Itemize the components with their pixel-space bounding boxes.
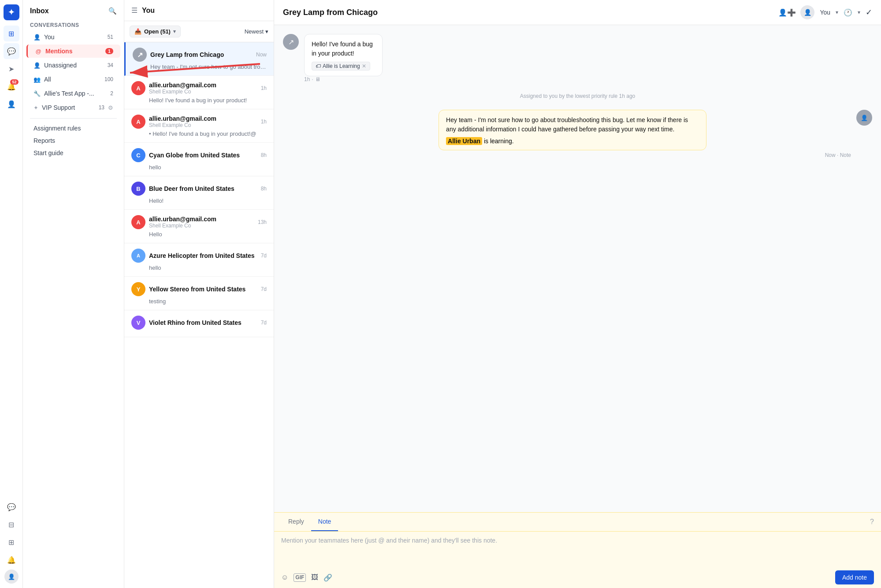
newest-filter-button[interactable]: Newest ▾: [245, 28, 268, 35]
app-logo: ✦: [4, 4, 19, 20]
vip-star-icon: ✦: [33, 104, 38, 111]
reply-help-icon[interactable]: ?: [870, 513, 874, 531]
middle-menu-icon[interactable]: ☰: [131, 6, 138, 15]
conv-item-cyan-globe[interactable]: C Cyan Globe from United States 8h hello: [124, 143, 274, 176]
sidebar-allies-label: Allie's Test App -...: [44, 90, 107, 97]
reply-input[interactable]: Mention your teammates here (just @ and …: [274, 532, 881, 567]
header-clock-icon[interactable]: 🕐: [844, 8, 852, 17]
conv-item-violet-rhino[interactable]: V Violet Rhino from United States 7d: [124, 310, 274, 337]
icon-sidebar: ✦ ⊞ 💬 ➤ 🔔 52 👤 💬 ⊟ ⊞ 🔔 👤: [0, 0, 23, 588]
incoming-time-1: 1h: [304, 76, 310, 82]
conversations-section-title: Conversations: [23, 19, 124, 30]
incoming-content-1: Hello! I've found a bug in your product!: [312, 40, 375, 58]
sidebar-vip-count: 13: [99, 104, 104, 111]
filter-bar: 📥 Open (51) ▾ Newest ▾: [124, 21, 274, 42]
mentions-badge: 1: [105, 48, 113, 54]
grey-lamp-name: Grey Lamp from Chicago: [150, 51, 253, 58]
open-filter-label: Open (51): [144, 28, 171, 35]
header-clock-chevron[interactable]: ▾: [858, 9, 860, 15]
note-tab[interactable]: Note: [311, 513, 338, 531]
home-nav-icon[interactable]: ⊞: [4, 26, 19, 41]
sidebar-item-vip-support[interactable]: ✦ VIP Support 13 ⚙: [26, 101, 120, 114]
assignment-rules-link[interactable]: Assignment rules: [23, 122, 124, 134]
image-icon[interactable]: 🖼: [311, 573, 318, 582]
incoming-message-1: ↗ Hello! I've found a bug in your produc…: [283, 34, 872, 82]
outgoing-avatar: 👤: [856, 110, 872, 126]
sidebar-item-you[interactable]: 👤 You 51: [26, 30, 120, 44]
allie-2-name: allie.urban@gmail.com: [149, 115, 257, 122]
vip-settings-icon[interactable]: ⚙: [108, 104, 113, 111]
cyan-globe-avatar: C: [131, 148, 145, 162]
add-note-button[interactable]: Add note: [835, 570, 874, 584]
newest-chevron: ▾: [265, 28, 268, 35]
tag-remove-icon[interactable]: ✕: [362, 63, 366, 69]
sidebar-header: Inbox 🔍: [23, 0, 124, 19]
sidebar-you-count: 51: [108, 34, 113, 40]
reply-placeholder: Mention your teammates here (just @ and …: [281, 537, 497, 544]
sidebar-all-label: All: [44, 76, 101, 83]
user-avatar-bottom[interactable]: 👤: [4, 569, 19, 584]
all-icon: 👥: [33, 76, 41, 83]
main-header: Grey Lamp from Chicago 👤➕ 👤 You ▾ 🕐 ▾ ✓: [274, 0, 881, 25]
gif-icon[interactable]: GIF: [294, 573, 306, 582]
allie-2-company: Shell Example Co: [149, 122, 257, 128]
send-nav-icon[interactable]: ➤: [4, 61, 19, 77]
allie-2-avatar: A: [131, 115, 145, 129]
reply-toolbar: ☺ GIF 🖼 🔗 Add note: [274, 567, 881, 588]
conversation-body: ↗ Hello! I've found a bug in your produc…: [274, 25, 881, 512]
chat-bubble-bottom-icon[interactable]: 💬: [4, 499, 19, 515]
violet-rhino-avatar: V: [131, 316, 145, 330]
outgoing-content-1: Hey team - I'm not sure how to go about …: [446, 115, 699, 134]
sidebar-item-mentions[interactable]: @ Mentions 1: [26, 45, 120, 58]
reports-link[interactable]: Reports: [23, 134, 124, 147]
incoming-bubble-1: Hello! I've found a bug in your product!…: [304, 34, 383, 76]
blue-deer-preview: Hello!: [149, 197, 267, 204]
sidebar-item-allies-test[interactable]: 🔧 Allie's Test App -... 2: [26, 87, 120, 100]
reply-tab[interactable]: Reply: [281, 513, 311, 531]
left-sidebar: Inbox 🔍 Conversations 👤 You 51 @ Mention…: [23, 0, 124, 588]
blue-deer-name: Blue Deer from United States: [149, 185, 257, 192]
allie-1-name: allie.urban@gmail.com: [149, 82, 257, 89]
sidebar-item-all[interactable]: 👥 All 100: [26, 73, 120, 86]
azure-helicopter-time: 7d: [261, 253, 267, 259]
mention-suffix: is learning.: [484, 138, 514, 145]
sidebar-item-unassigned[interactable]: 👤 Unassigned 34: [26, 59, 120, 72]
message-tag: 🏷 Allie is Learning ✕: [312, 62, 370, 71]
middle-panel: ☰ You 📥 Open (51) ▾ Newest ▾ ↗ Grey Lamp…: [124, 0, 274, 588]
reply-tabs: Reply Note ?: [274, 513, 881, 532]
grid-bottom-icon[interactable]: ⊞: [4, 534, 19, 550]
link-icon[interactable]: 🔗: [323, 573, 332, 582]
add-contact-icon[interactable]: 👤➕: [778, 8, 796, 17]
emoji-icon[interactable]: ☺: [281, 573, 288, 582]
newest-label: Newest: [245, 28, 264, 35]
violet-rhino-time: 7d: [261, 320, 267, 326]
inbox-icon: 📥: [134, 28, 141, 35]
sidebar-divider: [30, 118, 117, 119]
contacts-nav-icon[interactable]: 👤: [4, 96, 19, 112]
incoming-screen-icon: 🖥: [315, 76, 320, 82]
you-icon: 👤: [33, 34, 41, 41]
conv-item-allie-3[interactable]: A allie.urban@gmail.com Shell Example Co…: [124, 210, 274, 243]
allie-3-company: Shell Example Co: [149, 223, 254, 229]
notification-nav-icon[interactable]: 🔔 52: [4, 78, 19, 94]
allie-3-preview: Hello: [149, 231, 267, 238]
sidebar-search-icon[interactable]: 🔍: [108, 7, 117, 15]
chat-nav-icon[interactable]: 💬: [4, 43, 19, 59]
conv-item-allie-2[interactable]: A allie.urban@gmail.com Shell Example Co…: [124, 109, 274, 143]
conv-item-allie-1[interactable]: A allie.urban@gmail.com Shell Example Co…: [124, 76, 274, 109]
resolve-check-icon[interactable]: ✓: [866, 7, 872, 17]
layers-bottom-icon[interactable]: ⊟: [4, 517, 19, 532]
bell-bottom-icon[interactable]: 🔔: [4, 552, 19, 568]
allies-test-icon: 🔧: [33, 90, 41, 97]
yellow-stereo-name: Yellow Stereo from United States: [149, 286, 257, 293]
header-user-chevron[interactable]: ▾: [836, 9, 838, 15]
assignment-note: Assigned to you by the lowest priority r…: [283, 89, 872, 103]
start-guide-link[interactable]: Start guide: [23, 147, 124, 159]
conv-item-grey-lamp[interactable]: ↗ Grey Lamp from Chicago Now Hey team - …: [124, 42, 274, 76]
open-filter-button[interactable]: 📥 Open (51) ▾: [130, 26, 181, 37]
allie-2-preview: • Hello! I've found a bug in your produc…: [149, 130, 267, 137]
header-user-name[interactable]: You: [820, 9, 830, 16]
conv-item-blue-deer[interactable]: B Blue Deer from United States 8h Hello!: [124, 176, 274, 210]
conv-item-azure-helicopter[interactable]: A Azure Helicopter from United States 7d…: [124, 243, 274, 277]
conv-item-yellow-stereo[interactable]: Y Yellow Stereo from United States 7d te…: [124, 277, 274, 310]
